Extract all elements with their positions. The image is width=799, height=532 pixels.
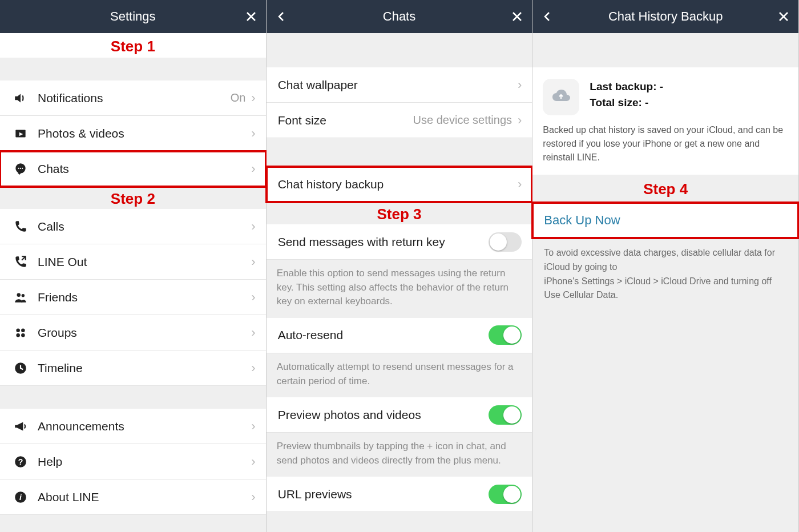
cloud-sync-icon [543,79,579,115]
backup-panel: Chat History Backup Last backup: - Total… [532,0,799,532]
row-label: Send messages with return key [278,235,489,249]
section-gap [267,138,532,167]
settings-row-about[interactable]: i About LINE › [0,479,266,515]
step-4-label: Step 4 [532,175,798,203]
settings-row-photos[interactable]: Photos & videos › [0,116,266,151]
chevron-right-icon: › [251,454,255,469]
settings-row-timeline[interactable]: Timeline › [0,350,266,386]
timeline-icon [9,361,32,376]
chevron-right-icon: › [518,78,522,92]
groups-icon [9,325,32,340]
help-icon: ? [9,454,32,469]
preview-toggle[interactable] [489,405,522,425]
backup-navbar: Chat History Backup [532,0,798,33]
preview-description: Preview thumbnails by tapping the + icon… [267,433,532,477]
svg-point-11 [21,333,25,337]
svg-point-6 [17,293,21,297]
row-label: Chat wallpaper [278,78,518,92]
row-label: About LINE [38,490,251,504]
settings-row-chats[interactable]: Chats › [0,151,266,187]
photos-icon [9,126,32,141]
settings-row-calls[interactable]: Calls › [0,209,266,244]
chats-row-preview[interactable]: Preview photos and videos [267,397,532,433]
row-label: Preview photos and videos [278,408,489,422]
phone-icon [9,219,32,234]
svg-point-8 [16,328,20,332]
close-button[interactable] [502,0,532,33]
lineout-icon [9,255,32,269]
backup-warning: To avoid excessive data charges, disable… [532,238,798,311]
chevron-left-icon [276,11,287,22]
chats-row-wallpaper[interactable]: Chat wallpaper › [267,67,532,103]
chevron-right-icon: › [251,162,255,176]
settings-row-friends[interactable]: Friends › [0,280,266,315]
svg-point-7 [22,294,25,297]
backup-status-card: Last backup: - Total size: - [532,67,798,123]
section-gap [532,33,798,67]
backup-now-button[interactable]: Back Up Now [532,203,798,238]
chats-row-url-previews[interactable]: URL previews [267,477,532,512]
chats-row-history-backup[interactable]: Chat history backup › [267,167,532,202]
row-label: Notifications [38,91,231,105]
close-button[interactable] [236,0,266,33]
chevron-right-icon: › [518,113,522,128]
back-button[interactable] [532,0,562,33]
auto-resend-description: Automatically attempt to resend unsent m… [267,353,532,397]
row-label: Font size [278,114,413,127]
row-label: Groups [38,326,251,340]
svg-point-5 [22,167,23,168]
chevron-right-icon: › [251,419,255,434]
row-label: LINE Out [38,255,251,269]
return-key-toggle[interactable] [489,232,522,252]
section-gap [267,33,532,67]
close-button[interactable] [769,0,798,33]
svg-point-10 [16,333,20,337]
settings-row-groups[interactable]: Groups › [0,315,266,350]
section-gap [0,386,266,409]
row-label: Help [38,455,251,469]
section-gap [0,58,266,80]
row-label: Timeline [38,361,251,375]
chat-icon [9,162,32,176]
chats-panel: Chats Chat wallpaper › Font size Use dev… [267,0,533,532]
return-key-description: Enable this option to send messages usin… [267,260,532,318]
chats-row-auto-resend[interactable]: Auto-resend [267,318,532,353]
last-backup-label: Last backup: - [590,79,663,95]
chats-row-return-key[interactable]: Send messages with return key [267,224,532,260]
chevron-right-icon: › [251,91,255,106]
backup-now-label: Back Up Now [544,213,620,227]
chevron-right-icon: › [251,255,255,269]
row-label: Photos & videos [38,127,251,140]
settings-row-lineout[interactable]: LINE Out › [0,244,266,280]
megaphone-icon [9,419,32,434]
speaker-icon [9,91,32,106]
row-label: Calls [38,220,251,233]
url-previews-toggle[interactable] [489,485,522,504]
row-label: Chat history backup [278,178,518,191]
chevron-right-icon: › [251,219,255,234]
row-label: URL previews [278,487,489,501]
chats-title: Chats [383,9,415,24]
row-value: On [231,91,246,104]
backup-title: Chat History Backup [608,9,723,24]
back-button[interactable] [267,0,296,33]
chevron-right-icon: › [251,490,255,505]
close-icon [245,11,257,22]
chevron-left-icon [542,11,553,22]
svg-point-4 [20,167,21,168]
step-3-label: Step 3 [267,202,532,224]
settings-row-notifications[interactable]: Notifications On › [0,80,266,116]
chevron-right-icon: › [518,177,522,192]
backup-note: Backed up chat history is saved on your … [532,123,798,175]
friends-icon [9,290,32,305]
settings-panel: Settings Step 1 Notifications On › Photo… [0,0,267,532]
settings-row-help[interactable]: ? Help › [0,444,266,479]
settings-row-announcements[interactable]: Announcements › [0,409,266,444]
chats-row-fontsize[interactable]: Font size Use device settings › [267,103,532,138]
chevron-right-icon: › [251,361,255,376]
auto-resend-toggle[interactable] [489,325,522,345]
info-icon: i [9,490,32,505]
svg-point-9 [21,328,25,332]
settings-navbar: Settings [0,0,266,33]
total-size-label: Total size: - [590,95,663,111]
